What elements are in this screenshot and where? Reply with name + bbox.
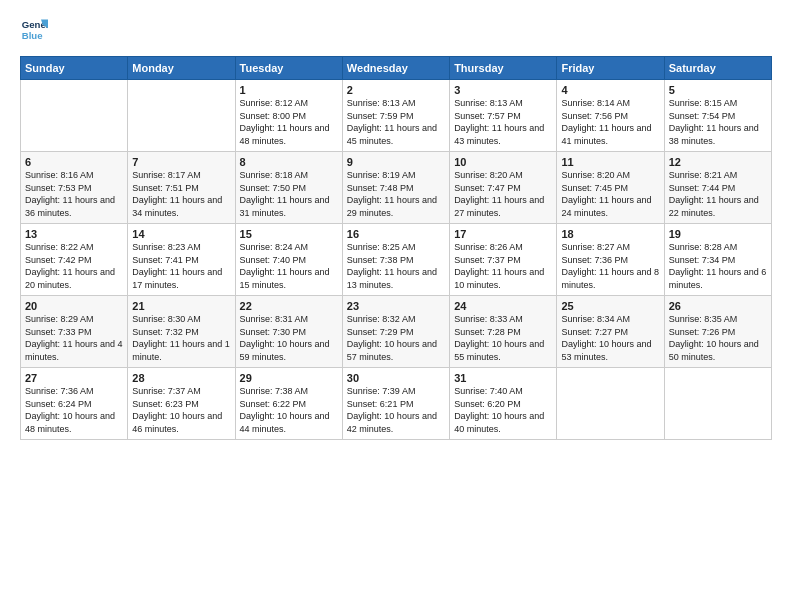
day-info: Sunrise: 8:30 AM Sunset: 7:32 PM Dayligh… — [132, 313, 230, 363]
day-info: Sunrise: 8:13 AM Sunset: 7:59 PM Dayligh… — [347, 97, 445, 147]
calendar-cell: 31Sunrise: 7:40 AM Sunset: 6:20 PM Dayli… — [450, 368, 557, 440]
calendar-cell: 7Sunrise: 8:17 AM Sunset: 7:51 PM Daylig… — [128, 152, 235, 224]
weekday-header: Sunday — [21, 57, 128, 80]
calendar-cell: 16Sunrise: 8:25 AM Sunset: 7:38 PM Dayli… — [342, 224, 449, 296]
calendar-cell: 12Sunrise: 8:21 AM Sunset: 7:44 PM Dayli… — [664, 152, 771, 224]
day-info: Sunrise: 8:24 AM Sunset: 7:40 PM Dayligh… — [240, 241, 338, 291]
day-info: Sunrise: 8:19 AM Sunset: 7:48 PM Dayligh… — [347, 169, 445, 219]
calendar-cell: 23Sunrise: 8:32 AM Sunset: 7:29 PM Dayli… — [342, 296, 449, 368]
day-number: 15 — [240, 228, 338, 240]
calendar-cell: 15Sunrise: 8:24 AM Sunset: 7:40 PM Dayli… — [235, 224, 342, 296]
logo: General Blue — [20, 16, 52, 44]
calendar-cell: 10Sunrise: 8:20 AM Sunset: 7:47 PM Dayli… — [450, 152, 557, 224]
day-info: Sunrise: 8:34 AM Sunset: 7:27 PM Dayligh… — [561, 313, 659, 363]
day-number: 1 — [240, 84, 338, 96]
calendar-cell: 17Sunrise: 8:26 AM Sunset: 7:37 PM Dayli… — [450, 224, 557, 296]
day-info: Sunrise: 8:14 AM Sunset: 7:56 PM Dayligh… — [561, 97, 659, 147]
day-info: Sunrise: 8:31 AM Sunset: 7:30 PM Dayligh… — [240, 313, 338, 363]
calendar-cell: 20Sunrise: 8:29 AM Sunset: 7:33 PM Dayli… — [21, 296, 128, 368]
calendar-cell: 8Sunrise: 8:18 AM Sunset: 7:50 PM Daylig… — [235, 152, 342, 224]
day-number: 16 — [347, 228, 445, 240]
calendar-cell: 11Sunrise: 8:20 AM Sunset: 7:45 PM Dayli… — [557, 152, 664, 224]
calendar-week-row: 6Sunrise: 8:16 AM Sunset: 7:53 PM Daylig… — [21, 152, 772, 224]
day-number: 12 — [669, 156, 767, 168]
header: General Blue — [20, 16, 772, 44]
day-number: 29 — [240, 372, 338, 384]
day-number: 8 — [240, 156, 338, 168]
day-info: Sunrise: 8:17 AM Sunset: 7:51 PM Dayligh… — [132, 169, 230, 219]
calendar-cell: 24Sunrise: 8:33 AM Sunset: 7:28 PM Dayli… — [450, 296, 557, 368]
day-info: Sunrise: 8:26 AM Sunset: 7:37 PM Dayligh… — [454, 241, 552, 291]
day-info: Sunrise: 8:23 AM Sunset: 7:41 PM Dayligh… — [132, 241, 230, 291]
day-info: Sunrise: 8:16 AM Sunset: 7:53 PM Dayligh… — [25, 169, 123, 219]
calendar-cell — [664, 368, 771, 440]
day-info: Sunrise: 8:33 AM Sunset: 7:28 PM Dayligh… — [454, 313, 552, 363]
day-number: 2 — [347, 84, 445, 96]
day-number: 17 — [454, 228, 552, 240]
weekday-header: Friday — [557, 57, 664, 80]
day-number: 28 — [132, 372, 230, 384]
calendar-cell: 2Sunrise: 8:13 AM Sunset: 7:59 PM Daylig… — [342, 80, 449, 152]
day-number: 30 — [347, 372, 445, 384]
day-number: 27 — [25, 372, 123, 384]
calendar-cell: 6Sunrise: 8:16 AM Sunset: 7:53 PM Daylig… — [21, 152, 128, 224]
calendar-week-row: 20Sunrise: 8:29 AM Sunset: 7:33 PM Dayli… — [21, 296, 772, 368]
weekday-header: Thursday — [450, 57, 557, 80]
calendar-cell: 18Sunrise: 8:27 AM Sunset: 7:36 PM Dayli… — [557, 224, 664, 296]
calendar-cell: 1Sunrise: 8:12 AM Sunset: 8:00 PM Daylig… — [235, 80, 342, 152]
calendar-cell: 4Sunrise: 8:14 AM Sunset: 7:56 PM Daylig… — [557, 80, 664, 152]
calendar-cell: 21Sunrise: 8:30 AM Sunset: 7:32 PM Dayli… — [128, 296, 235, 368]
calendar-cell: 5Sunrise: 8:15 AM Sunset: 7:54 PM Daylig… — [664, 80, 771, 152]
day-number: 4 — [561, 84, 659, 96]
calendar-cell — [128, 80, 235, 152]
calendar-cell: 14Sunrise: 8:23 AM Sunset: 7:41 PM Dayli… — [128, 224, 235, 296]
calendar-cell: 19Sunrise: 8:28 AM Sunset: 7:34 PM Dayli… — [664, 224, 771, 296]
day-number: 14 — [132, 228, 230, 240]
day-number: 10 — [454, 156, 552, 168]
day-number: 20 — [25, 300, 123, 312]
day-number: 31 — [454, 372, 552, 384]
day-info: Sunrise: 8:21 AM Sunset: 7:44 PM Dayligh… — [669, 169, 767, 219]
calendar-cell: 25Sunrise: 8:34 AM Sunset: 7:27 PM Dayli… — [557, 296, 664, 368]
day-info: Sunrise: 7:38 AM Sunset: 6:22 PM Dayligh… — [240, 385, 338, 435]
calendar-week-row: 27Sunrise: 7:36 AM Sunset: 6:24 PM Dayli… — [21, 368, 772, 440]
day-info: Sunrise: 8:28 AM Sunset: 7:34 PM Dayligh… — [669, 241, 767, 291]
day-info: Sunrise: 7:40 AM Sunset: 6:20 PM Dayligh… — [454, 385, 552, 435]
calendar-cell — [21, 80, 128, 152]
day-number: 26 — [669, 300, 767, 312]
calendar-cell: 27Sunrise: 7:36 AM Sunset: 6:24 PM Dayli… — [21, 368, 128, 440]
day-number: 13 — [25, 228, 123, 240]
weekday-header: Monday — [128, 57, 235, 80]
day-info: Sunrise: 8:22 AM Sunset: 7:42 PM Dayligh… — [25, 241, 123, 291]
day-number: 24 — [454, 300, 552, 312]
day-info: Sunrise: 7:39 AM Sunset: 6:21 PM Dayligh… — [347, 385, 445, 435]
day-number: 3 — [454, 84, 552, 96]
day-info: Sunrise: 8:13 AM Sunset: 7:57 PM Dayligh… — [454, 97, 552, 147]
day-info: Sunrise: 8:27 AM Sunset: 7:36 PM Dayligh… — [561, 241, 659, 291]
calendar-cell: 3Sunrise: 8:13 AM Sunset: 7:57 PM Daylig… — [450, 80, 557, 152]
day-info: Sunrise: 8:32 AM Sunset: 7:29 PM Dayligh… — [347, 313, 445, 363]
day-number: 6 — [25, 156, 123, 168]
svg-text:Blue: Blue — [22, 30, 43, 41]
calendar-cell: 26Sunrise: 8:35 AM Sunset: 7:26 PM Dayli… — [664, 296, 771, 368]
calendar-cell: 28Sunrise: 7:37 AM Sunset: 6:23 PM Dayli… — [128, 368, 235, 440]
calendar-week-row: 13Sunrise: 8:22 AM Sunset: 7:42 PM Dayli… — [21, 224, 772, 296]
calendar-cell: 30Sunrise: 7:39 AM Sunset: 6:21 PM Dayli… — [342, 368, 449, 440]
day-number: 7 — [132, 156, 230, 168]
calendar-week-row: 1Sunrise: 8:12 AM Sunset: 8:00 PM Daylig… — [21, 80, 772, 152]
day-info: Sunrise: 8:20 AM Sunset: 7:47 PM Dayligh… — [454, 169, 552, 219]
day-info: Sunrise: 8:25 AM Sunset: 7:38 PM Dayligh… — [347, 241, 445, 291]
day-number: 22 — [240, 300, 338, 312]
day-number: 18 — [561, 228, 659, 240]
weekday-header: Saturday — [664, 57, 771, 80]
calendar-table: SundayMondayTuesdayWednesdayThursdayFrid… — [20, 56, 772, 440]
day-info: Sunrise: 8:20 AM Sunset: 7:45 PM Dayligh… — [561, 169, 659, 219]
day-number: 19 — [669, 228, 767, 240]
day-number: 23 — [347, 300, 445, 312]
day-info: Sunrise: 8:18 AM Sunset: 7:50 PM Dayligh… — [240, 169, 338, 219]
logo-icon: General Blue — [20, 16, 48, 44]
calendar-cell: 29Sunrise: 7:38 AM Sunset: 6:22 PM Dayli… — [235, 368, 342, 440]
day-number: 9 — [347, 156, 445, 168]
day-info: Sunrise: 8:29 AM Sunset: 7:33 PM Dayligh… — [25, 313, 123, 363]
day-number: 11 — [561, 156, 659, 168]
